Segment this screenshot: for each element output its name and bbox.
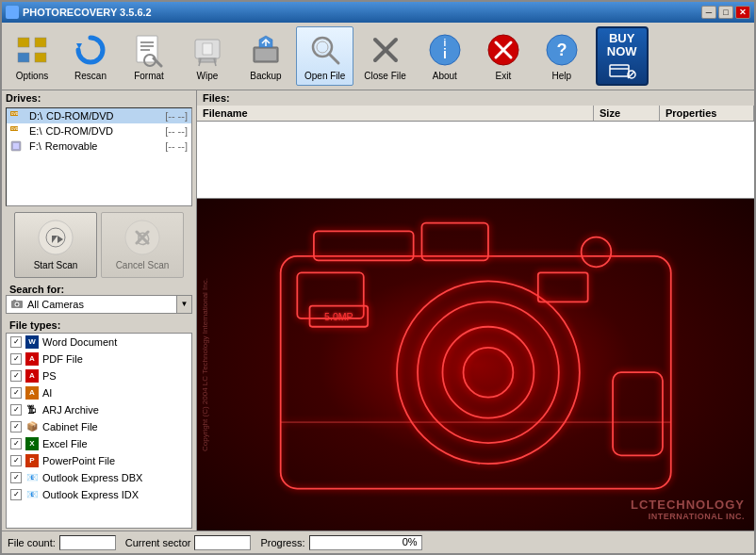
wipe-button[interactable]: Wipe bbox=[179, 26, 236, 86]
ft-checkbox-powerpoint[interactable]: ✓ bbox=[10, 455, 22, 466]
titlebar-left: PHOTORECOVERY 3.5.6.2 bbox=[6, 6, 152, 19]
svg-point-20 bbox=[317, 41, 328, 53]
about-icon: i i bbox=[426, 31, 464, 69]
ft-checkbox-dbx[interactable]: ✓ bbox=[10, 472, 22, 483]
company-name: LCTECHNOLOGY bbox=[631, 498, 745, 512]
ft-name-ps: PS bbox=[42, 370, 57, 382]
main-window: PHOTORECOVERY 3.5.6.2 ─ □ ✕ Options bbox=[0, 0, 756, 555]
svg-rect-48 bbox=[280, 256, 670, 489]
ft-checkbox-ps[interactable]: ✓ bbox=[10, 370, 22, 382]
exit-icon bbox=[485, 31, 522, 69]
right-panel: Files: Filename Size Properties bbox=[197, 90, 754, 531]
search-value: All Cameras bbox=[27, 299, 84, 310]
ft-name-dbx: Outlook Express DBX bbox=[42, 472, 142, 483]
company-subtitle: INTERNATIONAL INC. bbox=[631, 512, 745, 521]
minimize-button[interactable]: ─ bbox=[701, 6, 716, 19]
ft-checkbox-word[interactable]: ✓ bbox=[10, 336, 22, 348]
drive-d[interactable]: DVD D:\ CD-ROM/DVD [-- --] bbox=[7, 108, 191, 123]
start-scan-button[interactable]: Start Scan bbox=[14, 212, 97, 278]
scan-buttons-area: Start Scan Cancel Scan bbox=[2, 208, 196, 282]
ft-name-cabinet: Cabinet File bbox=[42, 421, 98, 433]
open-file-icon bbox=[306, 31, 344, 69]
drive-e-type: CD-ROM/DVD bbox=[45, 125, 113, 137]
close-file-label: Close File bbox=[364, 71, 405, 81]
drive-d-letter: D:\ bbox=[29, 110, 42, 122]
drive-f[interactable]: F:\ Removable [-- --] bbox=[7, 139, 191, 154]
filetype-arj[interactable]: ✓ 🗜 ARJ Archive bbox=[7, 401, 191, 418]
about-label: About bbox=[433, 71, 457, 81]
svg-rect-0 bbox=[18, 38, 29, 47]
svg-rect-31 bbox=[610, 65, 629, 76]
close-file-button[interactable]: Close File bbox=[355, 26, 414, 86]
backup-button[interactable]: Backup bbox=[238, 26, 294, 86]
filetype-excel[interactable]: ✓ X Excel File bbox=[7, 435, 191, 452]
rescan-button[interactable]: Rescan bbox=[62, 26, 119, 86]
filetype-ps[interactable]: ✓ A PS bbox=[7, 367, 191, 384]
ft-icon-cabinet: 📦 bbox=[25, 420, 39, 433]
preview-area: 5.0MP LCTECHNOLOGY INTERNA bbox=[197, 199, 754, 531]
usb-icon-f bbox=[10, 140, 25, 152]
ft-name-ai: AI bbox=[42, 387, 52, 399]
progress-field: 0% bbox=[309, 535, 422, 550]
col-properties: Properties bbox=[660, 106, 754, 121]
svg-point-56 bbox=[581, 237, 611, 268]
filetype-cabinet[interactable]: ✓ 📦 Cabinet File bbox=[7, 418, 191, 435]
ft-checkbox-pdf[interactable]: ✓ bbox=[10, 353, 22, 365]
app-icon bbox=[6, 6, 19, 19]
svg-rect-1 bbox=[35, 38, 46, 47]
format-button[interactable]: Format bbox=[121, 26, 177, 86]
progress-item: Progress: 0% bbox=[260, 535, 421, 550]
titlebar: PHOTORECOVERY 3.5.6.2 ─ □ ✕ bbox=[2, 2, 754, 23]
help-button[interactable]: ? Help bbox=[534, 26, 590, 86]
filetype-pdf[interactable]: ✓ A PDF File bbox=[7, 351, 191, 367]
ft-checkbox-idx[interactable]: ✓ bbox=[10, 489, 22, 500]
current-sector-item: Current sector bbox=[125, 535, 252, 550]
svg-rect-57 bbox=[538, 273, 588, 302]
ft-checkbox-ai[interactable]: ✓ bbox=[10, 387, 22, 399]
close-file-icon bbox=[367, 31, 404, 69]
filetype-powerpoint[interactable]: ✓ P PowerPoint File bbox=[7, 452, 191, 469]
ft-icon-excel: X bbox=[25, 437, 39, 450]
filetype-ai[interactable]: ✓ A AI bbox=[7, 384, 191, 401]
files-section: Files: Filename Size Properties bbox=[197, 90, 754, 199]
about-button[interactable]: i i About bbox=[417, 26, 473, 86]
drives-list: DVD D:\ CD-ROM/DVD [-- --] DVD E bbox=[6, 107, 192, 206]
ft-icon-idx: 📧 bbox=[25, 488, 39, 501]
svg-rect-3 bbox=[35, 53, 46, 62]
svg-rect-47 bbox=[13, 300, 16, 302]
filetype-idx[interactable]: ✓ 📧 Outlook Express IDX bbox=[7, 486, 191, 503]
ft-icon-pdf: A bbox=[25, 352, 39, 366]
options-label: Options bbox=[16, 71, 48, 81]
drive-d-size: [-- --] bbox=[165, 110, 188, 122]
svg-rect-11 bbox=[199, 58, 216, 62]
filetype-dbx[interactable]: ✓ 📧 Outlook Express DBX bbox=[7, 469, 191, 486]
current-sector-label: Current sector bbox=[125, 537, 191, 548]
cancel-scan-button[interactable]: Cancel Scan bbox=[101, 212, 184, 278]
ft-checkbox-cabinet[interactable]: ✓ bbox=[10, 421, 22, 433]
ft-checkbox-arj[interactable]: ✓ bbox=[10, 404, 22, 416]
wipe-label: Wipe bbox=[197, 71, 219, 81]
exit-button[interactable]: Exit bbox=[475, 26, 532, 86]
search-combo[interactable]: All Cameras ▼ bbox=[6, 295, 192, 314]
svg-text:5.0MP: 5.0MP bbox=[324, 311, 353, 322]
svg-rect-16 bbox=[255, 49, 276, 60]
filetype-word[interactable]: ✓ W Word Document bbox=[7, 334, 191, 351]
search-label: Search for: bbox=[6, 282, 68, 297]
search-combo-arrow[interactable]: ▼ bbox=[176, 296, 191, 313]
buy-now-button[interactable]: BUY NOW bbox=[596, 26, 649, 86]
drive-e[interactable]: DVD E:\ CD-ROM/DVD [-- --] bbox=[7, 123, 191, 139]
progress-value: 0% bbox=[403, 536, 418, 547]
open-file-button[interactable]: Open File bbox=[296, 26, 353, 86]
format-label: Format bbox=[134, 71, 164, 81]
svg-text:DVD: DVD bbox=[11, 112, 19, 116]
svg-rect-12 bbox=[203, 43, 212, 55]
svg-line-19 bbox=[329, 54, 338, 63]
ft-checkbox-excel[interactable]: ✓ bbox=[10, 438, 22, 449]
ft-name-excel: Excel File bbox=[42, 438, 88, 449]
copyright-area: Copyright (C) 2004 LC Technology Interna… bbox=[201, 199, 209, 531]
maximize-button[interactable]: □ bbox=[718, 6, 733, 19]
close-button[interactable]: ✕ bbox=[735, 6, 750, 19]
ft-icon-ai: A bbox=[25, 386, 39, 400]
ft-name-idx: Outlook Express IDX bbox=[42, 489, 139, 500]
options-button[interactable]: Options bbox=[4, 26, 60, 86]
